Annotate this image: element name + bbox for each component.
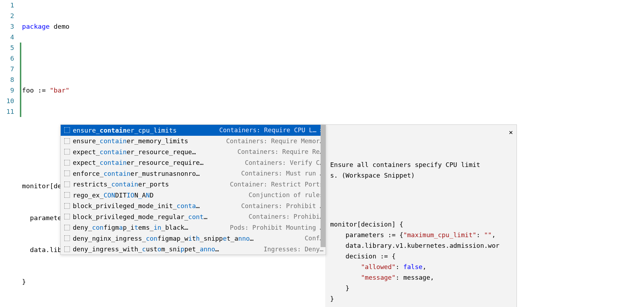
suggest-item[interactable]: enforce_container_mustrunasnonro…Contain… bbox=[61, 168, 326, 179]
suggest-description: Containers: Require CPU L… bbox=[180, 127, 317, 134]
suggest-label: expect_container_resource_require… bbox=[73, 159, 203, 166]
snippet-icon bbox=[64, 246, 70, 252]
suggest-item[interactable]: deny_configmap_items_in_black…Pods: Proh… bbox=[61, 222, 326, 233]
line-number: 2 bbox=[0, 11, 14, 21]
suggest-item[interactable]: restricts_container_portsContainer: Rest… bbox=[61, 179, 326, 190]
suggest-description: Containers: Require Re… bbox=[199, 148, 323, 155]
suggestion-detail-pane: × Ensure all containers specify CPU limi… bbox=[325, 124, 517, 307]
var-name: foo bbox=[22, 86, 34, 94]
suggest-label: ensure_container_cpu_limits bbox=[73, 127, 177, 134]
suggest-label: block_privileged_mode_regular_cont… bbox=[73, 213, 207, 221]
suggest-label: deny_ingress_with_custom_snippet_anno… bbox=[73, 245, 219, 253]
suggest-description: Containers: Prohibi… bbox=[210, 213, 323, 220]
suggest-label: ensure_container_memory_limits bbox=[73, 137, 188, 145]
suggest-description: Container: Restrict Ports bbox=[172, 181, 323, 188]
snippet-icon bbox=[64, 138, 70, 144]
suggest-item[interactable]: ensure_container_memory_limitsContainers… bbox=[61, 136, 326, 147]
line-number: 4 bbox=[0, 32, 14, 43]
line-number-gutter: 1234567891011 bbox=[0, 0, 22, 307]
suggest-description: Containers: Must run … bbox=[203, 170, 323, 177]
suggest-label: rego_ex_CONDITION_AND bbox=[73, 191, 154, 199]
suggest-label: expect_container_resource_reque… bbox=[73, 148, 196, 156]
line-number: 6 bbox=[0, 53, 14, 64]
suggest-item[interactable]: deny_ingress_with_custom_snippet_anno…In… bbox=[61, 244, 326, 255]
suggest-label: restricts_container_ports bbox=[73, 180, 169, 188]
snippet-icon bbox=[64, 171, 70, 176]
line-number: 10 bbox=[0, 96, 14, 106]
line-number: 7 bbox=[0, 64, 14, 74]
line-number: 11 bbox=[0, 106, 14, 117]
suggest-item[interactable]: ensure_container_cpu_limitsContainers: R… bbox=[61, 125, 326, 136]
keyword-package: package bbox=[22, 23, 50, 30]
autocomplete-popup[interactable]: ensure_container_cpu_limitsContainers: R… bbox=[60, 124, 326, 255]
snippet-icon bbox=[64, 192, 70, 198]
snippet-icon bbox=[64, 127, 70, 133]
suggest-label: deny_nginx_ingress_configmap_with_snippe… bbox=[73, 235, 253, 242]
snippet-icon bbox=[64, 203, 70, 209]
brace-close: } bbox=[22, 278, 26, 285]
suggest-item[interactable]: deny_nginx_ingress_configmap_with_snippe… bbox=[61, 233, 326, 244]
line-number: 8 bbox=[0, 74, 14, 85]
suggest-label: block_privileged_mode_init_conta… bbox=[73, 202, 200, 210]
close-icon[interactable]: × bbox=[509, 127, 513, 138]
line-number: 5 bbox=[0, 43, 14, 53]
line-number: 9 bbox=[0, 85, 14, 96]
snippet-icon bbox=[64, 214, 70, 219]
suggest-item[interactable]: expect_container_resource_reque…Containe… bbox=[61, 146, 326, 157]
suggest-label: deny_configmap_items_in_black… bbox=[73, 224, 188, 231]
code-line-3: foo := "bar" bbox=[22, 85, 644, 96]
snippet-icon bbox=[64, 160, 70, 166]
snippet-icon bbox=[64, 149, 70, 155]
suggest-description: Pods: Prohibit Mounting … bbox=[191, 224, 323, 231]
string-literal: "bar" bbox=[50, 86, 70, 94]
package-name: demo bbox=[54, 23, 70, 30]
detail-code: monitor[decision] { parameters := {"maxi… bbox=[330, 208, 512, 304]
code-line-2 bbox=[22, 53, 644, 64]
suggest-scrollbar[interactable] bbox=[321, 125, 326, 247]
line-number: 1 bbox=[0, 0, 14, 11]
snippet-icon bbox=[64, 225, 70, 230]
suggest-description: Conjunction of rules bbox=[157, 191, 323, 199]
suggest-description: Ingresses: Deny… bbox=[222, 246, 323, 253]
snippet-icon bbox=[64, 182, 70, 187]
suggest-description: Containers: Prohibit … bbox=[203, 202, 323, 210]
suggest-description: Conf… bbox=[256, 235, 323, 242]
line-number: 3 bbox=[0, 21, 14, 32]
suggest-label: enforce_container_mustrunasnonro… bbox=[73, 170, 200, 177]
assign-op: := bbox=[38, 86, 46, 94]
suggest-item[interactable]: expect_container_resource_require…Contai… bbox=[61, 157, 326, 168]
suggest-item[interactable]: rego_ex_CONDITION_ANDConjunction of rule… bbox=[61, 190, 326, 201]
code-line-1: package demo bbox=[22, 21, 644, 32]
suggest-description: Containers: Verify C… bbox=[206, 159, 323, 166]
detail-title: Ensure all containers specify CPU limit … bbox=[330, 160, 512, 181]
suggest-item[interactable]: block_privileged_mode_init_conta…Contain… bbox=[61, 201, 326, 212]
suggest-description: Containers: Require Memor… bbox=[191, 138, 323, 145]
snippet-icon bbox=[64, 235, 70, 241]
suggest-item[interactable]: block_privileged_mode_regular_cont…Conta… bbox=[61, 211, 326, 222]
